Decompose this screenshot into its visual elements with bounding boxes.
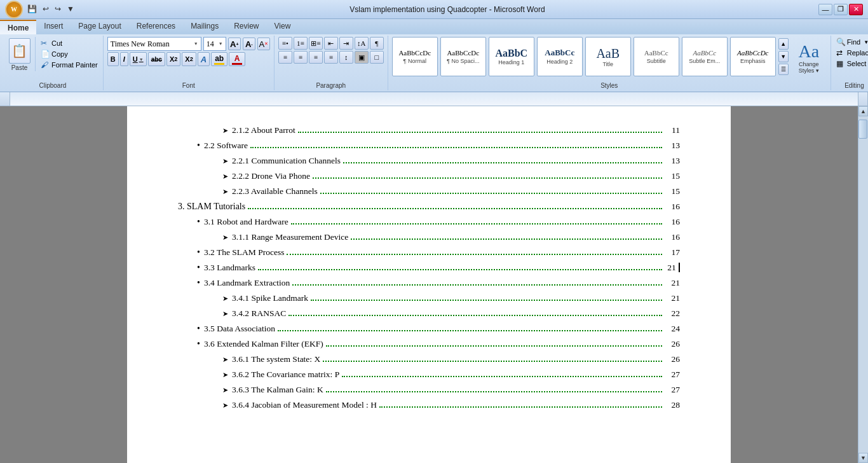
font-color-button[interactable]: A <box>229 52 245 66</box>
minimize-button[interactable]: — <box>818 4 832 15</box>
bullets-button[interactable]: ≡• <box>278 37 292 50</box>
show-formatting-button[interactable]: ¶ <box>370 37 384 50</box>
underline-button[interactable]: U▼ <box>130 52 147 66</box>
cut-label: Cut <box>51 39 62 47</box>
increase-indent-button[interactable]: ⇥ <box>339 37 353 50</box>
styles-up-button[interactable]: ▲ <box>778 38 789 50</box>
toc-page: 26 <box>665 354 680 364</box>
clear-format-button[interactable]: A✕ <box>257 38 270 50</box>
increase-font-button[interactable]: A+ <box>228 38 241 50</box>
font-name: Times New Roman <box>111 39 170 49</box>
font-group: Times New Roman ▼ 14 ▼ A+ A- A✕ B I U▼ a… <box>104 36 275 90</box>
scrollbar-vertical[interactable]: ▲ ▼ <box>858 106 868 463</box>
styles-content: AaBbCcDc ¶ Normal AaBbCcDc ¶ No Spaci...… <box>392 37 827 76</box>
style-title[interactable]: AaB Title <box>585 37 631 76</box>
font-name-box[interactable]: Times New Roman ▼ <box>107 37 201 51</box>
format-painter-button[interactable]: 🖌 Format Painter <box>39 60 99 70</box>
tab-insert[interactable]: Insert <box>36 19 71 34</box>
save-button[interactable]: 💾 <box>25 4 39 15</box>
scroll-up-button[interactable]: ▲ <box>858 106 868 116</box>
multilevel-list-button[interactable]: ⊞≡ <box>309 37 323 50</box>
line-spacing-button[interactable]: ↕ <box>339 51 353 64</box>
change-styles-button[interactable]: Aa ChangeStyles ▾ <box>791 39 827 74</box>
toc-bullet: • <box>197 324 200 334</box>
restore-button[interactable]: ❐ <box>834 4 848 15</box>
undo-button[interactable]: ↩ <box>41 4 51 15</box>
style-no-spacing[interactable]: AaBbCcDc ¶ No Spaci... <box>440 37 486 76</box>
styles-group-label: Styles <box>388 82 831 89</box>
italic-button[interactable]: I <box>120 52 128 66</box>
toc-bullet: • <box>197 263 200 273</box>
superscript-button[interactable]: X2 <box>182 52 196 66</box>
scroll-thumb[interactable] <box>858 120 867 139</box>
toc-entry: • 2.2 Software 13 <box>197 141 680 151</box>
borders-button[interactable]: □ <box>370 51 384 64</box>
customize-button[interactable]: ▼ <box>65 4 76 15</box>
toc-arrow: ➤ <box>222 386 228 394</box>
format-painter-icon: 🖌 <box>41 60 50 69</box>
style-heading2[interactable]: AaBbCc Heading 2 <box>537 37 583 76</box>
strikethrough-button[interactable]: abc <box>148 52 165 66</box>
decrease-indent-button[interactable]: ⇤ <box>324 37 338 50</box>
align-left-button[interactable]: ≡ <box>278 51 292 64</box>
toc-text: 3.3 Landmarks <box>204 263 255 273</box>
decrease-font-button[interactable]: A- <box>243 38 255 50</box>
font-size-box[interactable]: 14 ▼ <box>203 37 226 51</box>
close-button[interactable]: ✕ <box>849 4 863 15</box>
copy-button[interactable]: 📄 Copy <box>39 49 99 59</box>
paste-button[interactable]: 📋 Paste <box>6 37 36 71</box>
align-right-button[interactable]: ≡ <box>309 51 323 64</box>
scroll-down-button[interactable]: ▼ <box>858 453 868 463</box>
underline-arrow: ▼ <box>139 57 144 62</box>
toc-bullet: • <box>197 247 200 258</box>
office-button[interactable]: W <box>5 1 23 18</box>
toc-text: 3.5 Data Association <box>204 324 275 334</box>
style-subtitle[interactable]: AaBbCc Subtitle <box>634 37 679 76</box>
font-row1: Times New Roman ▼ 14 ▼ A+ A- A✕ <box>107 37 270 51</box>
document-page: ➤ 2.1.2 About Parrot 11 • 2.2 Software 1… <box>127 106 731 463</box>
find-button[interactable]: 🔍 Find ▼ <box>835 37 868 47</box>
numbering-button[interactable]: 1≡ <box>294 37 308 50</box>
scroll-track[interactable] <box>858 116 868 453</box>
shading-button[interactable]: ▣ <box>355 51 369 64</box>
style-emphasis[interactable]: AaBbCcDc Emphasis <box>730 37 776 76</box>
style-normal[interactable]: AaBbCcDc ¶ Normal <box>392 37 438 76</box>
toc-page: 13 <box>665 141 680 151</box>
replace-button[interactable]: ⇄ Replace <box>835 48 868 58</box>
window-controls: — ❐ ✕ <box>818 4 863 15</box>
select-button[interactable]: ▦ Select ▾ <box>835 59 868 69</box>
styles-more-button[interactable]: ☰ <box>778 64 789 75</box>
highlight-color-button[interactable]: ab <box>211 52 227 66</box>
styles-down-button[interactable]: ▼ <box>778 51 789 62</box>
justify-button[interactable]: ≡ <box>324 51 338 64</box>
title-bar: W 💾 ↩ ↪ ▼ Vslam implementation using Qua… <box>0 0 868 19</box>
align-center-button[interactable]: ≡ <box>294 51 308 64</box>
subscript-button[interactable]: X2 <box>166 52 180 66</box>
window-title: Vslam implementation using Quadcopter - … <box>76 5 818 14</box>
tab-page-layout[interactable]: Page Layout <box>71 19 128 34</box>
tab-review[interactable]: Review <box>226 19 266 34</box>
editing-group: 🔍 Find ▼ ⇄ Replace ▦ Select ▾ Editing <box>831 36 868 90</box>
toc-page: 28 <box>665 400 680 410</box>
tab-view[interactable]: View <box>267 19 299 34</box>
toc-entry: ➤ 2.2.3 Available Channels 15 <box>222 186 680 197</box>
tab-references[interactable]: References <box>129 19 183 34</box>
text-effects-button[interactable]: A <box>198 52 210 66</box>
style-heading1[interactable]: AaBbC Heading 1 <box>489 37 534 76</box>
toc-entry: • 3.4 Landmark Extraction 21 <box>197 278 680 288</box>
toc-text: 2.2.3 Available Channels <box>232 186 318 197</box>
toc-arrow: ➤ <box>222 371 228 379</box>
ruler-corner <box>0 92 10 106</box>
ruler-marks <box>10 92 858 106</box>
style-subtle-emphasis[interactable]: AaBbCc Subtle Em... <box>682 37 728 76</box>
bold-button[interactable]: B <box>107 52 119 66</box>
toc-page: 26 <box>665 339 680 349</box>
toc-page: 16 <box>665 217 680 227</box>
toc-bullet: • <box>197 217 200 227</box>
redo-button[interactable]: ↪ <box>53 4 63 15</box>
cut-button[interactable]: ✂ Cut <box>39 38 99 48</box>
tab-mailings[interactable]: Mailings <box>183 19 226 34</box>
document-container: ➤ 2.1.2 About Parrot 11 • 2.2 Software 1… <box>0 106 868 463</box>
tab-home[interactable]: Home <box>0 20 36 34</box>
sort-button[interactable]: ↕A <box>355 37 369 50</box>
